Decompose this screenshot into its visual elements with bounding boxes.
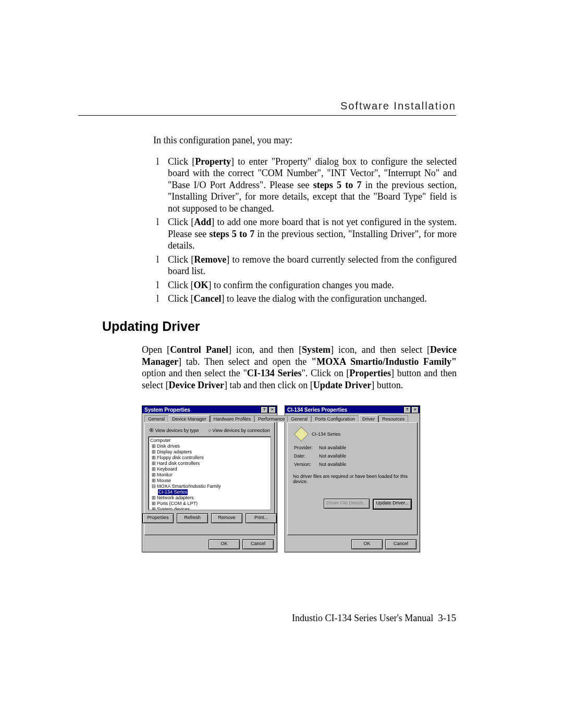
radio-by-type[interactable]: View devices by type [149,428,199,433]
driver-file-details-button: Driver File Details... [324,499,370,509]
system-properties-dialog: System Properties ? × GeneralDevice Mana… [142,405,277,552]
tree-item[interactable]: ⊞ Display adapters [150,449,269,455]
print--button[interactable]: Print... [246,513,277,523]
driver-note: No driver files are required or have bee… [291,468,414,499]
page-header: Software Installation [78,100,456,120]
header-rule [78,115,456,116]
tab-performance[interactable]: Performance [254,415,289,422]
view-mode-radios[interactable]: View devices by type View devices by con… [149,428,270,433]
body-content: In this configuration panel, you may: Cl… [153,134,457,307]
tab-panel: View devices by type View devices by con… [144,422,275,535]
titlebar[interactable]: System Properties ? × [142,406,277,413]
tab-driver[interactable]: Driver [359,415,378,422]
device-tree[interactable]: Computer ⊞ Disk drives ⊞ Display adapter… [148,436,271,510]
ok-button[interactable]: OK [209,539,240,549]
intro-text: In this configuration panel, you may: [153,134,457,146]
help-button[interactable]: ? [261,406,268,413]
tab-general[interactable]: General [287,415,311,422]
help-button[interactable]: ? [403,406,411,413]
close-button[interactable]: × [411,406,419,413]
tab-panel: CI-134 Series Provider:Not availableDate… [287,422,418,535]
cancel-button[interactable]: Cancel [242,539,274,549]
tree-item[interactable]: ⊟ MOXA Smartio/Industio Family [150,484,269,489]
header-title: Software Installation [340,100,456,112]
tree-item[interactable]: ⊞ Floppy disk controllers [150,455,269,461]
tab-bar: GeneralPorts ConfigurationDriverResource… [285,413,420,422]
list-item: Click [OK] to confirm the configuration … [153,279,457,291]
window-title: CI-134 Series Properties [287,407,347,413]
driver-buttons: Driver File Details... Update Driver... [291,499,414,512]
dialog-bottom-buttons: OKCancel [142,537,277,552]
tree-item[interactable]: ⊞ System devices [150,507,269,510]
tree-item[interactable]: ⊞ Keyboard [150,466,269,472]
driver-fields: Provider:Not availableDate:Not available… [291,443,414,468]
refresh-button[interactable]: Refresh [177,513,208,523]
section-body: Open [Control Panel] icon, and then [Sys… [142,344,457,391]
dialog-buttons: PropertiesRefreshRemovePrint... [148,510,271,524]
tree-item[interactable]: ⊞ Disk drives [150,443,269,449]
section-heading: Updating Driver [102,319,200,334]
tab-device-manager[interactable]: Device Manager [168,415,210,422]
list-item: Click [Remove] to remove the board curre… [153,254,457,277]
properties-button[interactable]: Properties [142,513,174,523]
field-row: Provider:Not available [294,443,414,452]
page-footer: Industio CI-134 Series User's Manual 3-1… [292,612,456,624]
dialog-bottom-buttons: OKCancel [285,537,420,552]
page-number: 3-15 [438,612,456,623]
tree-item[interactable]: ⊞ Hard disk controllers [150,461,269,466]
device-name: CI-134 Series [312,431,340,437]
field-row: Date:Not available [294,452,414,460]
ok-button[interactable]: OK [351,539,383,549]
field-row: Version:Not available [294,460,414,468]
tab-ports-configuration[interactable]: Ports Configuration [311,415,359,422]
tree-item[interactable]: ⊞ Network adapters [150,495,269,501]
list-item: Click [Add] to add one more board that i… [153,216,457,252]
cancel-button[interactable]: Cancel [385,539,417,549]
tab-hardware-profiles[interactable]: Hardware Profiles [210,415,255,422]
footer-text: Industio CI-134 Series User's Manual [292,613,433,623]
dialog-screenshots: System Properties ? × GeneralDevice Mana… [142,405,420,552]
tab-bar: GeneralDevice ManagerHardware ProfilesPe… [142,413,277,422]
tree-item-selected[interactable]: CI-134 Series [150,489,269,495]
ci134-properties-dialog: CI-134 Series Properties ? × GeneralPort… [285,405,420,552]
tree-item[interactable]: ⊞ Ports (COM & LPT) [150,501,269,507]
titlebar[interactable]: CI-134 Series Properties ? × [285,406,420,413]
device-header: CI-134 Series [291,426,414,443]
window-title: System Properties [144,407,190,413]
tree-item[interactable]: ⊞ Monitor [150,472,269,478]
tree-item[interactable]: ⊞ Mouse [150,478,269,484]
tab-resources[interactable]: Resources [378,415,408,422]
close-button[interactable]: × [268,406,276,413]
tree-item[interactable]: Computer [150,438,269,443]
update-driver-button[interactable]: Update Driver... [373,499,412,510]
tab-general[interactable]: General [144,415,168,422]
list-item: Click [Property] to enter "Property" dia… [153,156,457,215]
bullet-list: Click [Property] to enter "Property" dia… [153,156,457,305]
radio-by-connection[interactable]: View devices by connection [208,428,270,433]
device-icon [294,427,309,441]
remove-button[interactable]: Remove [211,513,242,523]
list-item: Click [Cancel] to leave the dialog with … [153,293,457,305]
